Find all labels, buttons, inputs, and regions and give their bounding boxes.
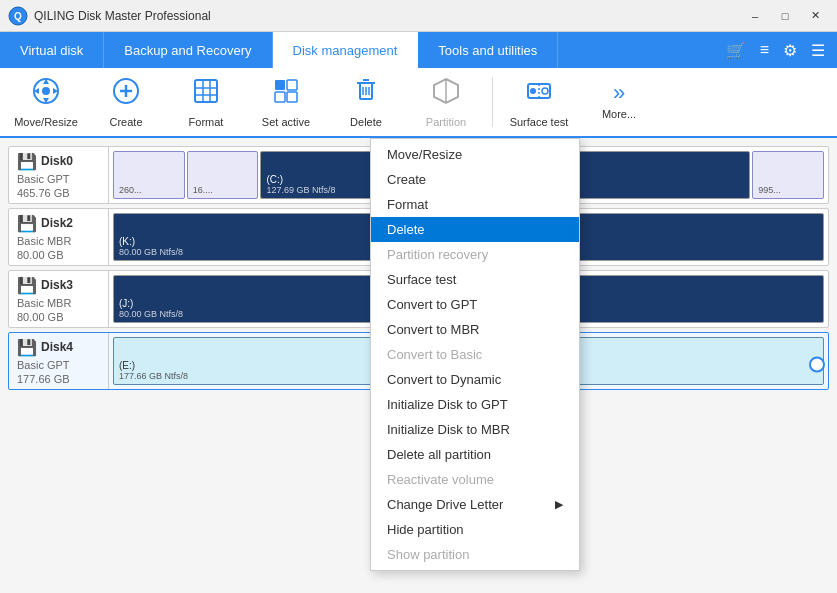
main-content: 💾 Disk0 Basic GPT 465.76 GB 260... 16...… (0, 138, 837, 593)
disk2-type: Basic MBR (17, 235, 100, 247)
menu-item-show-partition: Show partition (371, 542, 579, 567)
svg-rect-19 (287, 92, 297, 102)
disk3-icon: 💾 (17, 276, 37, 295)
more-icon: » (613, 82, 625, 104)
partition-icon (430, 75, 462, 112)
disk3-type: Basic MBR (17, 297, 100, 309)
settings-icon[interactable]: ⚙ (779, 37, 801, 64)
close-button[interactable]: ✕ (801, 6, 829, 26)
toolbar: Move/Resize Create Format (0, 68, 837, 138)
menu-item-delete-all[interactable]: Delete all partition (371, 442, 579, 467)
tab-backup-recovery[interactable]: Backup and Recovery (104, 32, 272, 68)
partition-label: Partition (426, 116, 466, 129)
disk0-name: Disk0 (41, 154, 73, 168)
disk4-type: Basic GPT (17, 359, 100, 371)
toolbar-format[interactable]: Format (168, 72, 244, 132)
app-icon: Q (8, 6, 28, 26)
partition-sublabel: 260... (119, 185, 179, 195)
menu-item-delete[interactable]: Delete (371, 217, 579, 242)
app-title: QILING Disk Master Professional (34, 9, 741, 23)
disk0-info: 💾 Disk0 Basic GPT 465.76 GB (9, 147, 109, 203)
more-label: More... (602, 108, 636, 121)
format-label: Format (189, 116, 224, 129)
disk4-icon: 💾 (17, 338, 37, 357)
disk0-size: 465.76 GB (17, 187, 100, 199)
tab-action-icons: 🛒 ≡ ⚙ ☰ (714, 32, 837, 68)
disk4-name: Disk4 (41, 340, 73, 354)
move-resize-label: Move/Resize (14, 116, 78, 129)
toolbar-delete[interactable]: Delete (328, 72, 404, 132)
svg-rect-11 (195, 80, 217, 102)
disk4-info: 💾 Disk4 Basic GPT 177.66 GB (9, 333, 109, 389)
format-icon (190, 75, 222, 112)
toolbar-surface-test[interactable]: Surface test (501, 72, 577, 132)
surface-test-icon (523, 75, 555, 112)
maximize-button[interactable]: □ (771, 6, 799, 26)
menu-item-convert-basic: Convert to Basic (371, 342, 579, 367)
disk0-icon: 💾 (17, 152, 37, 171)
disk4-size: 177.66 GB (17, 373, 100, 385)
menu-item-change-drive-letter[interactable]: Change Drive Letter ▶ (371, 492, 579, 517)
disk2-name: Disk2 (41, 216, 73, 230)
cart-icon[interactable]: 🛒 (722, 37, 750, 64)
toolbar-move-resize[interactable]: Move/Resize (8, 72, 84, 132)
disk2-size: 80.00 GB (17, 249, 100, 261)
surface-test-label: Surface test (510, 116, 569, 129)
disk3-size: 80.00 GB (17, 311, 100, 323)
delete-label: Delete (350, 116, 382, 129)
menu-item-reactivate: Reactivate volume (371, 467, 579, 492)
disk3-name: Disk3 (41, 278, 73, 292)
tab-tools-utilities[interactable]: Tools and utilities (418, 32, 558, 68)
move-resize-icon (30, 75, 62, 112)
menu-item-initialize-gpt[interactable]: Initialize Disk to GPT (371, 392, 579, 417)
partition-sublabel: 16.... (193, 185, 253, 195)
partition-sublabel: 995... (758, 185, 818, 195)
set-active-label: Set active (262, 116, 310, 129)
menu-item-create[interactable]: Create (371, 167, 579, 192)
menu-item-partition-recovery: Partition recovery (371, 242, 579, 267)
partition[interactable]: 260... (113, 151, 185, 199)
svg-rect-17 (287, 80, 297, 90)
toolbar-more[interactable]: » More... (581, 72, 657, 132)
toolbar-divider (492, 77, 493, 127)
list-icon[interactable]: ≡ (756, 37, 773, 63)
submenu-arrow-icon: ▶ (555, 498, 563, 511)
create-icon (110, 75, 142, 112)
tabbar: Virtual disk Backup and Recovery Disk ma… (0, 32, 837, 68)
disk2-info: 💾 Disk2 Basic MBR 80.00 GB (9, 209, 109, 265)
menu-item-surface-test[interactable]: Surface test (371, 267, 579, 292)
delete-icon (350, 75, 382, 112)
menu-item-hide-partition[interactable]: Hide partition (371, 517, 579, 542)
menu-item-move-resize[interactable]: Move/Resize (371, 142, 579, 167)
menu-icon[interactable]: ☰ (807, 37, 829, 64)
svg-point-31 (542, 88, 548, 94)
toolbar-create[interactable]: Create (88, 72, 164, 132)
menu-item-convert-gpt[interactable]: Convert to GPT (371, 292, 579, 317)
menu-item-convert-dynamic[interactable]: Convert to Dynamic (371, 367, 579, 392)
partition[interactable]: 16.... (187, 151, 259, 199)
menu-item-initialize-mbr[interactable]: Initialize Disk to MBR (371, 417, 579, 442)
menu-item-format[interactable]: Format (371, 192, 579, 217)
toolbar-set-active[interactable]: Set active (248, 72, 324, 132)
svg-text:Q: Q (14, 11, 22, 22)
tab-disk-management[interactable]: Disk management (273, 32, 419, 68)
svg-point-30 (530, 88, 536, 94)
svg-rect-18 (275, 92, 285, 102)
svg-rect-16 (275, 80, 285, 90)
partition[interactable]: 995... (752, 151, 824, 199)
disk0-type: Basic GPT (17, 173, 100, 185)
titlebar: Q QILING Disk Master Professional – □ ✕ (0, 0, 837, 32)
minimize-button[interactable]: – (741, 6, 769, 26)
toolbar-partition[interactable]: Partition (408, 72, 484, 132)
set-active-icon (270, 75, 302, 112)
window-controls: – □ ✕ (741, 6, 829, 26)
svg-point-3 (42, 87, 50, 95)
create-label: Create (109, 116, 142, 129)
menu-item-convert-mbr[interactable]: Convert to MBR (371, 317, 579, 342)
disk3-info: 💾 Disk3 Basic MBR 80.00 GB (9, 271, 109, 327)
tab-virtual-disk[interactable]: Virtual disk (0, 32, 104, 68)
context-menu: Move/Resize Create Format Delete Partiti… (370, 138, 580, 571)
disk2-icon: 💾 (17, 214, 37, 233)
